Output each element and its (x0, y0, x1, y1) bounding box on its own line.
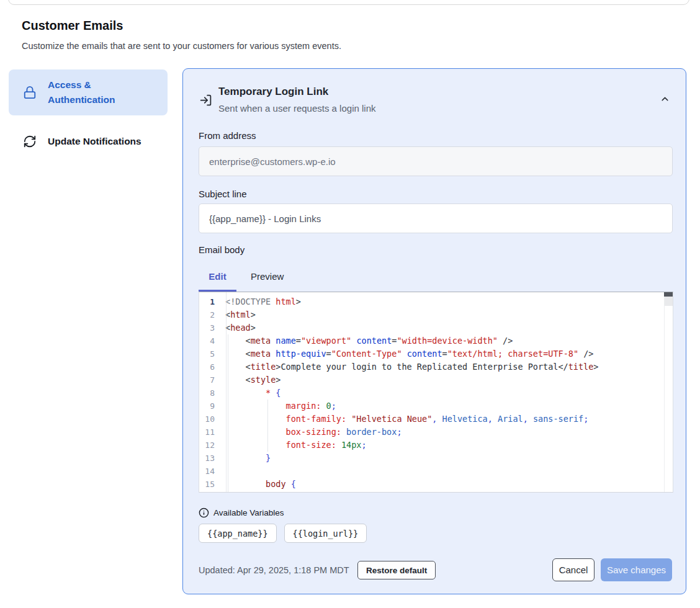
lock-icon (22, 85, 37, 100)
line-number: 4 (199, 334, 220, 347)
line-number: 15 (199, 478, 220, 491)
code-line: 4 <meta name="viewport" content="width=d… (199, 334, 673, 347)
code-line: 10 font-family: "Helvetica Neue", Helvet… (199, 413, 673, 426)
chevron-up-icon (660, 94, 670, 104)
subject-line-label: Subject line (199, 189, 247, 199)
panel-subtitle: Sent when a user requests a login link (218, 103, 375, 114)
tab-preview[interactable]: Preview (251, 271, 284, 282)
page-title: Customer Emails (22, 19, 123, 33)
code-line: 12 font-size: 14px; (199, 439, 673, 452)
sidebar-item-update-notifications[interactable]: Update Notifications (9, 126, 168, 157)
email-body-label: Email body (199, 244, 245, 255)
code-line: 14 (199, 465, 673, 478)
code-line: 8 * { (199, 387, 673, 400)
line-number: 8 (199, 387, 220, 400)
from-address-label: From address (199, 130, 256, 141)
info-icon (199, 507, 209, 518)
variable-chips: {{app_name}} {{login_url}} (199, 524, 367, 543)
subject-line-input[interactable] (199, 203, 673, 233)
email-body-code-editor[interactable]: 1<!DOCTYPE html>2<html>3<head>4 <meta na… (199, 292, 673, 493)
line-number: 7 (199, 373, 220, 387)
code-area: 1<!DOCTYPE html>2<html>3<head>4 <meta na… (199, 292, 673, 492)
code-line: 9 margin: 0; (199, 400, 673, 413)
scrollbar-thumb[interactable] (664, 292, 673, 297)
scrollbar-track-border (664, 292, 665, 492)
line-number: 5 (199, 347, 220, 360)
line-number: 6 (199, 360, 220, 373)
updated-timestamp: Updated: Apr 29, 2025, 1:18 PM MDT (199, 565, 349, 575)
indent-guide (267, 400, 268, 452)
refresh-icon (22, 134, 37, 149)
code-line: 16 background-color: #f6f6f6; (199, 491, 673, 493)
email-body-tabs: Edit Preview (199, 271, 284, 282)
save-changes-button[interactable]: Save changes (601, 558, 672, 581)
line-number: 1 (199, 295, 220, 308)
temporary-login-link-panel: Temporary Login Link Sent when a user re… (182, 68, 686, 594)
tab-edit[interactable]: Edit (199, 271, 236, 282)
code-line: 15 body { (199, 478, 673, 491)
sidebar-item-label: Access & Authentication (48, 78, 159, 107)
panel-title: Temporary Login Link (218, 86, 328, 98)
code-line: 6 <title>Complete your login to the Repl… (199, 360, 673, 373)
line-number: 16 (199, 491, 220, 493)
line-number: 12 (199, 439, 220, 452)
code-line: 11 box-sizing: border-box; (199, 426, 673, 439)
line-number: 2 (199, 308, 220, 321)
code-line: 1<!DOCTYPE html> (199, 295, 673, 308)
code-line: 5 <meta http-equiv="Content-Type" conten… (199, 347, 673, 360)
variable-chip-login-url[interactable]: {{login_url}} (284, 524, 367, 543)
cancel-button[interactable]: Cancel (552, 558, 595, 581)
code-line: 3<head> (199, 321, 673, 334)
gutter-separator (226, 292, 227, 492)
collapse-panel-button[interactable] (660, 94, 670, 104)
line-number: 11 (199, 426, 220, 439)
code-line: 2<html> (199, 308, 673, 321)
log-in-icon (199, 94, 212, 107)
available-variables-label: Available Variables (213, 508, 284, 517)
previous-card-bottom-edge (8, 0, 689, 5)
page-subtitle: Customize the emails that are sent to yo… (22, 41, 341, 51)
variable-chip-app-name[interactable]: {{app_name}} (199, 524, 277, 543)
from-address-input[interactable] (199, 146, 673, 176)
customer-emails-page: Customer Emails Customize the emails tha… (0, 0, 700, 608)
line-number: 10 (199, 413, 220, 426)
available-variables-row: Available Variables (199, 507, 284, 518)
indent-guide (228, 334, 228, 492)
code-line: 7 <style> (199, 373, 673, 387)
code-line: 13 } (199, 452, 673, 465)
line-number: 14 (199, 465, 220, 478)
sidebar: Access & Authentication Update Notificat… (9, 69, 168, 157)
restore-default-button[interactable]: Restore default (357, 561, 436, 579)
line-number: 13 (199, 452, 220, 465)
line-number: 3 (199, 321, 220, 334)
sidebar-item-access-authentication[interactable]: Access & Authentication (9, 69, 168, 115)
line-number: 9 (199, 400, 220, 413)
sidebar-item-label: Update Notifications (48, 134, 141, 149)
scrollbar-track (665, 297, 673, 306)
